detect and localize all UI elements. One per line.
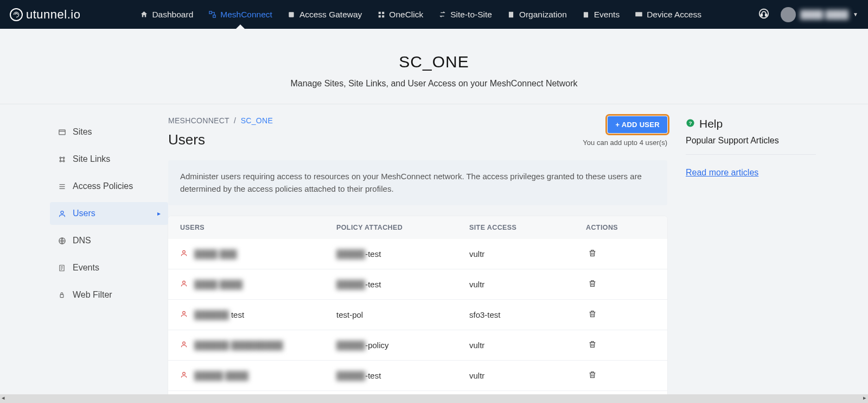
th-policy: POLICY ATTACHED bbox=[336, 224, 469, 231]
nav-organization[interactable]: Organization bbox=[507, 1, 567, 28]
svg-rect-12 bbox=[765, 14, 767, 16]
sidebar-item-users[interactable]: Users bbox=[50, 202, 168, 225]
user-name-cell[interactable]: ████ ███ bbox=[194, 249, 237, 259]
sidebar-label: DNS bbox=[73, 236, 91, 245]
delete-user-button[interactable] bbox=[586, 277, 599, 292]
users-table: USERS POLICY ATTACHED SITE ACCESS ACTION… bbox=[168, 216, 667, 404]
policy-cell: █████-policy bbox=[336, 341, 469, 350]
sidebar-item-site-links[interactable]: Site Links bbox=[50, 148, 168, 171]
svg-rect-21 bbox=[60, 294, 63, 297]
home-icon bbox=[140, 10, 148, 18]
policy-cell: █████-test bbox=[336, 371, 469, 380]
brand-logo[interactable]: utunnel.io bbox=[10, 8, 80, 22]
svg-rect-13 bbox=[59, 130, 65, 135]
user-name-masked: ████ ████ bbox=[800, 10, 848, 19]
horizontal-scrollbar[interactable] bbox=[0, 394, 868, 403]
svg-rect-4 bbox=[382, 11, 384, 14]
page-subtitle: Manage Sites, Site Links, and User Acces… bbox=[0, 79, 868, 89]
table-row: ██████ testtest-polsfo3-test bbox=[168, 300, 667, 330]
nav-site-to-site[interactable]: Site-to-Site bbox=[438, 1, 492, 28]
svg-point-23 bbox=[183, 281, 186, 284]
sidebar-item-dns[interactable]: DNS bbox=[50, 229, 168, 252]
nav-meshconnect[interactable]: MeshConnect bbox=[208, 1, 272, 28]
svg-rect-6 bbox=[382, 15, 384, 17]
main-content: MESHCONNECT / SC_ONE Users + ADD USER Yo… bbox=[168, 116, 667, 403]
sidebar-label: Access Policies bbox=[73, 181, 133, 191]
nav-label: Organization bbox=[519, 10, 567, 20]
user-name-cell[interactable]: █████ ████ bbox=[194, 371, 248, 380]
delete-user-button[interactable] bbox=[586, 247, 599, 261]
user-menu[interactable]: ████ ████ ▼ bbox=[781, 7, 858, 22]
delete-user-button[interactable] bbox=[586, 338, 599, 352]
nav-label: Site-to-Site bbox=[450, 10, 492, 20]
sidebar-item-access-policies[interactable]: Access Policies bbox=[50, 175, 168, 198]
nav-label: OneClick bbox=[389, 10, 423, 20]
info-banner: Administer users requiring access to res… bbox=[168, 160, 667, 205]
delete-user-button[interactable] bbox=[586, 368, 599, 383]
svg-point-17 bbox=[63, 160, 65, 162]
links-icon bbox=[58, 155, 66, 163]
table-row: ████ █████████-testvultr bbox=[168, 269, 667, 300]
policy-cell: █████-test bbox=[336, 249, 469, 259]
sidebar-label: Users bbox=[73, 209, 95, 218]
nav-label: MeshConnect bbox=[220, 10, 272, 20]
events-icon bbox=[582, 10, 590, 18]
support-icon[interactable] bbox=[758, 8, 770, 22]
sites-icon bbox=[58, 128, 66, 136]
site-cell: vultr bbox=[469, 249, 586, 259]
policy-cell: test-pol bbox=[336, 310, 469, 319]
org-icon bbox=[507, 10, 515, 18]
nav-access-gateway[interactable]: Access Gateway bbox=[288, 1, 362, 28]
breadcrumb-row: MESHCONNECT / SC_ONE Users + ADD USER Yo… bbox=[168, 116, 667, 148]
breadcrumb-root[interactable]: MESHCONNECT bbox=[168, 116, 229, 125]
add-user-button[interactable]: + ADD USER bbox=[608, 116, 667, 133]
user-name-cell[interactable]: ██████ █████████ bbox=[194, 341, 283, 350]
filter-icon bbox=[58, 291, 66, 299]
svg-point-22 bbox=[183, 250, 186, 253]
help-title: ? Help bbox=[686, 117, 816, 130]
brand-logo-icon bbox=[10, 8, 23, 21]
svg-point-24 bbox=[183, 311, 186, 314]
svg-rect-9 bbox=[635, 12, 642, 16]
policies-icon bbox=[58, 182, 66, 191]
nav-dashboard[interactable]: Dashboard bbox=[140, 1, 193, 28]
delete-user-button[interactable] bbox=[586, 307, 599, 322]
events2-icon bbox=[58, 263, 66, 272]
arrows-icon bbox=[438, 10, 446, 18]
help-subtitle: Popular Support Articles bbox=[686, 136, 816, 155]
section-title: Users bbox=[168, 131, 273, 148]
gateway-icon bbox=[288, 10, 296, 18]
site-cell: vultr bbox=[469, 341, 586, 350]
page-title: SC_ONE bbox=[0, 53, 868, 71]
user-icon bbox=[180, 249, 188, 259]
sidebar-item-web-filter[interactable]: Web Filter bbox=[50, 284, 168, 306]
breadcrumb-current[interactable]: SC_ONE bbox=[241, 116, 273, 125]
site-cell: vultr bbox=[469, 371, 586, 380]
table-row: █████ █████████-testvultr bbox=[168, 361, 667, 391]
nav-label: Dashboard bbox=[152, 10, 193, 20]
table-row: ████ ████████-testvultr bbox=[168, 239, 667, 269]
help-read-more-link[interactable]: Read more articles bbox=[686, 168, 758, 178]
th-users: USERS bbox=[174, 224, 336, 231]
svg-point-26 bbox=[183, 372, 186, 375]
nav-oneclick[interactable]: OneClick bbox=[377, 1, 423, 28]
svg-rect-8 bbox=[584, 12, 588, 17]
sidebar-item-sites[interactable]: Sites bbox=[50, 121, 168, 143]
users-icon bbox=[58, 209, 66, 218]
svg-rect-5 bbox=[379, 15, 381, 17]
sidebar-item-events[interactable]: Events bbox=[50, 256, 168, 279]
content-layout: Sites Site Links Access Policies Users D… bbox=[0, 104, 868, 403]
user-icon bbox=[180, 371, 188, 380]
th-site: SITE ACCESS bbox=[469, 224, 586, 231]
help-panel: ? Help Popular Support Articles Read mor… bbox=[686, 116, 816, 403]
topbar: utunnel.io Dashboard MeshConnect Access … bbox=[0, 0, 868, 29]
user-name-cell[interactable]: ██████ test bbox=[194, 310, 244, 319]
help-icon: ? bbox=[686, 117, 695, 130]
user-icon bbox=[180, 341, 188, 350]
svg-point-25 bbox=[183, 342, 186, 344]
user-name-cell[interactable]: ████ ████ bbox=[194, 280, 242, 289]
nav-events[interactable]: Events bbox=[582, 1, 620, 28]
help-title-text: Help bbox=[699, 117, 723, 130]
nav-device-access[interactable]: Device Access bbox=[635, 1, 701, 28]
grid-icon bbox=[377, 10, 385, 18]
